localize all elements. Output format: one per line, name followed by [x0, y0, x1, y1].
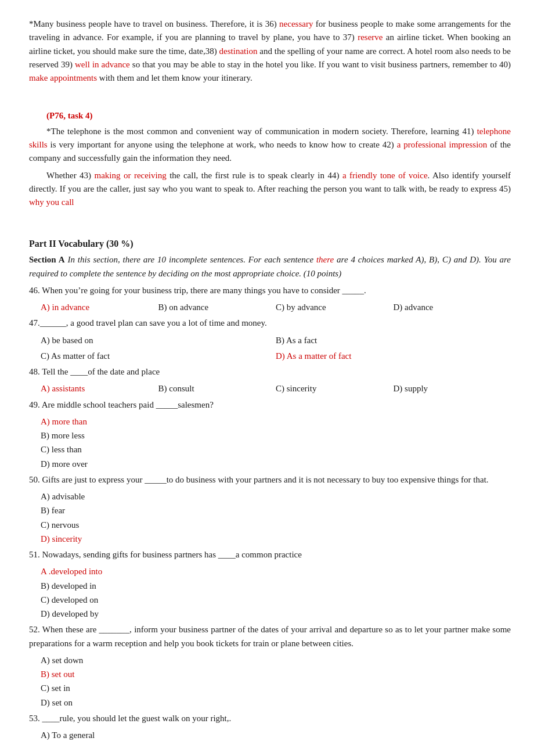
q49-option-c: C) less than [41, 443, 511, 456]
q49-option-d: D) more over [41, 458, 511, 471]
q51-option-d: D) developed by [41, 607, 511, 621]
q52-text: 52. When these are _______, inform your … [29, 623, 511, 650]
q50-option-c: C) nervous [41, 519, 511, 532]
q51-option-b: B) developed in [41, 579, 511, 593]
q53-option-a: A) To a general [41, 729, 511, 742]
q49-options: A) more than B) more less C) less than D… [41, 415, 511, 471]
paragraph-2: *The telephone is the most common and co… [29, 125, 511, 165]
q50-option-d: D) sincerity [41, 532, 511, 546]
q52-options: A) set down B) set out C) set in D) set … [41, 654, 511, 710]
part2-title: Part II Vocabulary (30 %) [29, 237, 511, 251]
q52-option-b: B) set out [41, 668, 511, 681]
section-label: (P76, task 4) [29, 109, 511, 123]
q46-option-b: B) on advance [158, 301, 276, 314]
q48-option-a: A) assistants [41, 382, 158, 395]
q46-option-d: D) advance [394, 301, 511, 314]
q50-text: 50. Gifts are just to express your _____… [29, 473, 511, 487]
p1-text-5: so that you may be able to stay in the h… [130, 60, 511, 69]
p1-red-5: make appointments [29, 73, 97, 82]
q49-option-a: A) more than [41, 415, 511, 429]
p1-red-3: destination [219, 46, 258, 56]
p1-red-1: necessary [279, 19, 313, 28]
question-51: 51. Nowadays, sending gifts for business… [29, 548, 511, 621]
q52-option-a: A) set down [41, 654, 511, 667]
q47-option-b: B) As a fact [276, 334, 511, 347]
question-49: 49. Are middle school teachers paid ____… [29, 398, 511, 471]
paragraph-1: *Many business people have to travel on … [29, 17, 511, 85]
p1-red-4: well in advance [75, 60, 130, 69]
q47-option-a: A) be based on [41, 334, 276, 347]
p2-text-2: is very important for anyone using the t… [48, 140, 397, 149]
question-46: 46. When you’re going for your business … [29, 284, 511, 315]
q51-option-c: C) developed on [41, 593, 511, 607]
q48-options: A) assistants B) consult C) sincerity D)… [41, 382, 511, 395]
question-50: 50. Gifts are just to express your _____… [29, 473, 511, 546]
q50-option-b: B) fear [41, 504, 511, 517]
q48-option-b: B) consult [158, 382, 276, 395]
p3-text-1: Whether 43) [46, 171, 95, 180]
q50-option-a: A) advisable [41, 490, 511, 503]
q50-options: A) advisable B) fear C) nervous D) since… [41, 490, 511, 546]
p1-text-1: *Many business people have to travel on … [29, 19, 279, 28]
q47-options-2: C) As matter of fact D) As a matter of f… [41, 350, 511, 363]
p3-red-3: why you call [29, 197, 74, 207]
q52-option-d: D) set on [41, 696, 511, 710]
sectionA-red: there [316, 255, 334, 264]
q47-option-c: C) As matter of fact [41, 350, 276, 363]
q53-options: A) To a general [41, 729, 511, 742]
q49-text: 49. Are middle school teachers paid ____… [29, 398, 511, 412]
q51-options: A .developed into B) developed in C) dev… [41, 565, 511, 621]
sectionA-label: Section A [29, 255, 65, 264]
q51-text: 51. Nowadays, sending gifts for business… [29, 548, 511, 561]
q48-text: 48. Tell the ____of the date and place [29, 365, 511, 379]
page-content: *Many business people have to travel on … [29, 17, 511, 742]
q48-option-c: C) sincerity [276, 382, 394, 395]
p3-red-2: a friendly tone of voice [342, 171, 428, 180]
p1-text-6: with them and let them know your itinera… [97, 73, 252, 82]
question-48: 48. Tell the ____of the date and place A… [29, 365, 511, 396]
question-52: 52. When these are _______, inform your … [29, 623, 511, 710]
p3-red-1: making or receiving [95, 171, 167, 180]
q46-options: A) in advance B) on advance C) by advanc… [41, 301, 511, 314]
q47-option-d: D) As a matter of fact [276, 350, 511, 363]
q47-text: 47.______, a good travel plan can save y… [29, 316, 511, 330]
q49-option-b: B) more less [41, 429, 511, 442]
q52-option-c: C) set in [41, 682, 511, 695]
p2-red-2: a professional impression [397, 140, 488, 149]
sectionA-text: In this section, there are 10 incomplete… [65, 255, 316, 264]
q46-a-text: A) in advance [41, 303, 89, 312]
p3-text-2: the call, the first rule is to speak cle… [167, 171, 342, 180]
q47-options: A) be based on B) As a fact [41, 334, 511, 347]
question-53: 53. ____rule, you should let the guest w… [29, 712, 511, 743]
paragraph-3: Whether 43) making or receiving the call… [29, 169, 511, 210]
q46-option-c: C) by advance [276, 301, 394, 314]
q46-text: 46. When you’re going for your business … [29, 284, 511, 297]
q53-text: 53. ____rule, you should let the guest w… [29, 712, 511, 725]
question-47: 47.______, a good travel plan can save y… [29, 316, 511, 363]
q51-option-a: A .developed into [41, 565, 511, 578]
p1-red-2: reserve [358, 33, 383, 42]
p2-text-1: *The telephone is the most common and co… [46, 127, 477, 136]
q48-option-d: D) supply [394, 382, 511, 395]
q46-option-a: A) in advance [41, 301, 158, 314]
sectionA-header: Section A In this section, there are 10 … [29, 253, 511, 280]
